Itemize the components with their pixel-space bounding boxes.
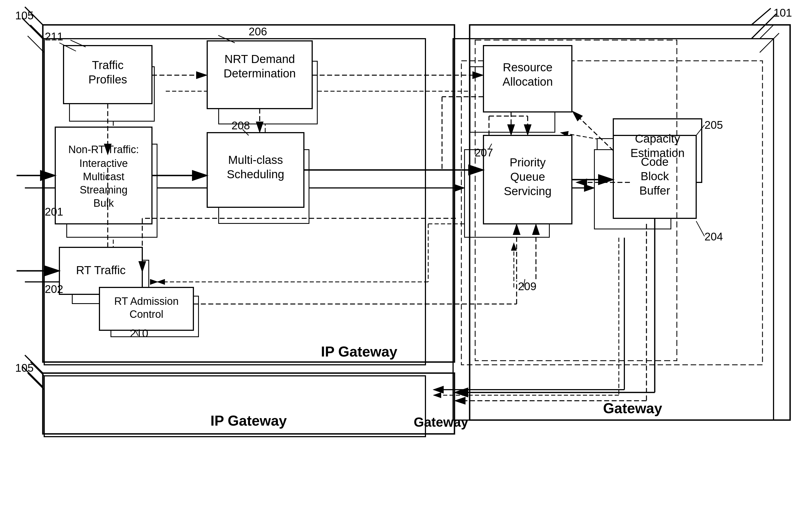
svg-text:201: 201	[45, 206, 63, 218]
svg-text:Multi-class: Multi-class	[228, 154, 283, 166]
svg-text:Buffer: Buffer	[639, 184, 670, 197]
svg-text:204: 204	[704, 230, 723, 243]
svg-text:RT Traffic: RT Traffic	[76, 264, 126, 277]
svg-text:206: 206	[249, 26, 267, 37]
svg-text:105: 105	[15, 10, 34, 21]
svg-text:RT Admission: RT Admission	[114, 295, 178, 307]
svg-text:Priority: Priority	[510, 156, 546, 169]
svg-line-43	[751, 14, 776, 39]
svg-text:Streaming: Streaming	[80, 184, 127, 196]
svg-text:105: 105	[15, 362, 34, 374]
svg-text:Gateway: Gateway	[603, 400, 662, 416]
svg-text:Determination: Determination	[224, 67, 296, 80]
svg-text:210: 210	[130, 327, 148, 339]
svg-text:Control: Control	[130, 308, 164, 320]
main-svg: Traffic Profiles NRT Demand Determinatio…	[0, 0, 810, 532]
svg-text:Capacity: Capacity	[635, 132, 680, 145]
svg-line-105	[696, 221, 704, 236]
svg-text:Multicast: Multicast	[83, 171, 124, 182]
svg-text:211: 211	[45, 30, 63, 43]
svg-text:101: 101	[774, 6, 792, 19]
svg-text:Interactive: Interactive	[79, 158, 128, 169]
svg-text:205: 205	[704, 119, 723, 131]
svg-text:202: 202	[45, 283, 63, 295]
svg-text:Profiles: Profiles	[88, 73, 127, 86]
svg-text:208: 208	[231, 119, 250, 131]
svg-text:IP Gateway: IP Gateway	[321, 343, 398, 359]
svg-text:207: 207	[475, 146, 493, 159]
svg-text:Queue: Queue	[510, 170, 545, 183]
svg-text:Traffic: Traffic	[92, 59, 124, 71]
svg-text:Servicing: Servicing	[504, 184, 552, 198]
svg-text:NRT Demand: NRT Demand	[224, 52, 295, 65]
svg-text:Scheduling: Scheduling	[227, 168, 284, 181]
svg-line-115	[573, 112, 613, 151]
svg-text:Block: Block	[641, 170, 669, 183]
svg-text:Bulk: Bulk	[93, 197, 114, 209]
svg-text:Code: Code	[641, 155, 668, 168]
svg-text:209: 209	[518, 280, 536, 292]
svg-text:Resource: Resource	[503, 61, 552, 74]
svg-text:Allocation: Allocation	[503, 75, 553, 88]
svg-text:Non-RT Traffic:: Non-RT Traffic:	[68, 144, 139, 155]
svg-text:IP Gateway: IP Gateway	[211, 413, 287, 429]
